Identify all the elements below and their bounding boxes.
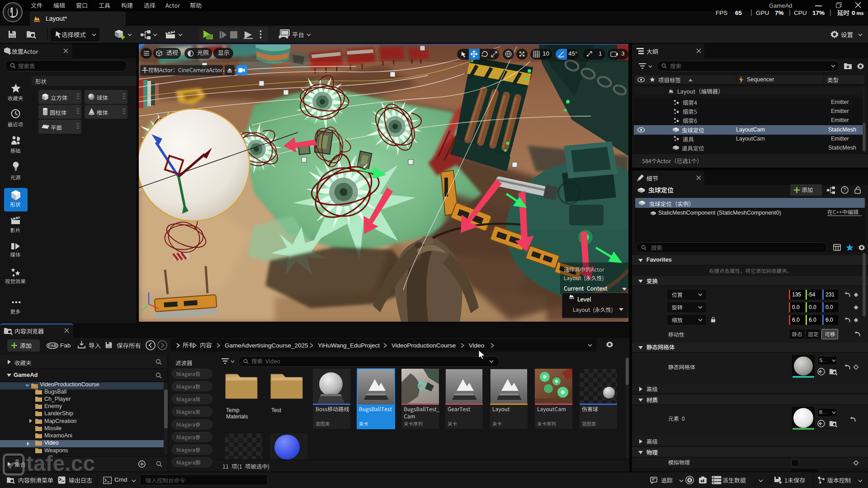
svg-text:?: ? [844,188,846,192]
svg-text:FAB: FAB [48,343,57,348]
